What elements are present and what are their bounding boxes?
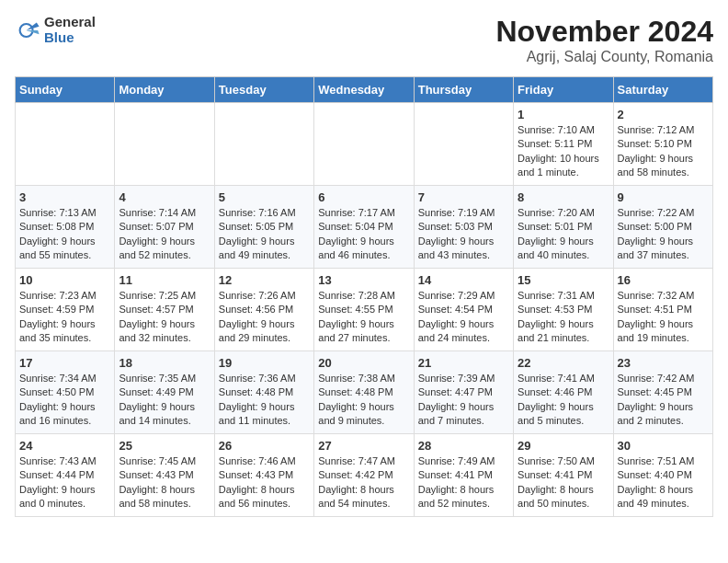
day-number: 17 (19, 356, 110, 370)
day-number: 14 (418, 273, 509, 287)
day-cell: 1Sunrise: 7:10 AM Sunset: 5:11 PM Daylig… (514, 103, 613, 186)
day-detail: Sunrise: 7:46 AM Sunset: 4:43 PM Dayligh… (219, 454, 310, 511)
week-row-4: 17Sunrise: 7:34 AM Sunset: 4:50 PM Dayli… (16, 351, 713, 434)
day-detail: Sunrise: 7:17 AM Sunset: 5:04 PM Dayligh… (318, 206, 409, 263)
day-detail: Sunrise: 7:28 AM Sunset: 4:55 PM Dayligh… (318, 289, 409, 346)
header-day-tuesday: Tuesday (214, 77, 313, 103)
day-number: 11 (119, 273, 210, 287)
logo-text: General Blue (44, 15, 96, 45)
day-cell (115, 103, 214, 186)
day-number: 2 (618, 108, 709, 121)
subtitle: Agrij, Salaj County, Romania (495, 49, 713, 65)
day-cell: 7Sunrise: 7:19 AM Sunset: 5:03 PM Daylig… (414, 186, 513, 269)
day-detail: Sunrise: 7:23 AM Sunset: 4:59 PM Dayligh… (19, 289, 110, 346)
day-detail: Sunrise: 7:42 AM Sunset: 4:45 PM Dayligh… (618, 372, 709, 429)
day-cell: 17Sunrise: 7:34 AM Sunset: 4:50 PM Dayli… (16, 351, 115, 434)
calendar-table: SundayMondayTuesdayWednesdayThursdayFrid… (15, 76, 713, 517)
day-cell (214, 103, 313, 186)
day-number: 8 (518, 190, 609, 204)
day-number: 23 (618, 356, 709, 370)
day-number: 10 (19, 273, 110, 287)
day-cell: 22Sunrise: 7:41 AM Sunset: 4:46 PM Dayli… (514, 351, 613, 434)
calendar-body: 1Sunrise: 7:10 AM Sunset: 5:11 PM Daylig… (16, 103, 713, 517)
day-cell: 15Sunrise: 7:31 AM Sunset: 4:53 PM Dayli… (514, 269, 613, 351)
day-cell: 10Sunrise: 7:23 AM Sunset: 4:59 PM Dayli… (16, 269, 115, 351)
day-detail: Sunrise: 7:35 AM Sunset: 4:49 PM Dayligh… (119, 372, 210, 429)
header-day-sunday: Sunday (16, 77, 115, 103)
day-cell: 26Sunrise: 7:46 AM Sunset: 4:43 PM Dayli… (214, 434, 313, 517)
week-row-2: 3Sunrise: 7:13 AM Sunset: 5:08 PM Daylig… (16, 186, 713, 269)
logo-general: General (44, 15, 96, 30)
day-detail: Sunrise: 7:39 AM Sunset: 4:47 PM Dayligh… (418, 372, 509, 429)
week-row-1: 1Sunrise: 7:10 AM Sunset: 5:11 PM Daylig… (16, 103, 713, 186)
calendar-header: SundayMondayTuesdayWednesdayThursdayFrid… (16, 77, 713, 103)
day-detail: Sunrise: 7:43 AM Sunset: 4:44 PM Dayligh… (19, 454, 110, 511)
day-number: 6 (318, 190, 409, 204)
day-number: 15 (518, 273, 609, 287)
day-cell: 5Sunrise: 7:16 AM Sunset: 5:05 PM Daylig… (214, 186, 313, 269)
day-number: 5 (219, 190, 310, 204)
day-cell: 28Sunrise: 7:49 AM Sunset: 4:41 PM Dayli… (414, 434, 513, 517)
day-detail: Sunrise: 7:12 AM Sunset: 5:10 PM Dayligh… (618, 123, 709, 180)
day-number: 3 (19, 190, 110, 204)
day-cell: 4Sunrise: 7:14 AM Sunset: 5:07 PM Daylig… (115, 186, 214, 269)
day-cell: 14Sunrise: 7:29 AM Sunset: 4:54 PM Dayli… (414, 269, 513, 351)
day-number: 16 (618, 273, 709, 287)
day-number: 20 (318, 356, 409, 370)
day-cell: 19Sunrise: 7:36 AM Sunset: 4:48 PM Dayli… (214, 351, 313, 434)
day-number: 30 (618, 439, 709, 453)
day-number: 24 (19, 439, 110, 453)
day-cell (16, 103, 115, 186)
day-detail: Sunrise: 7:13 AM Sunset: 5:08 PM Dayligh… (19, 206, 110, 263)
day-number: 29 (518, 439, 609, 453)
day-detail: Sunrise: 7:19 AM Sunset: 5:03 PM Dayligh… (418, 206, 509, 263)
day-cell: 27Sunrise: 7:47 AM Sunset: 4:42 PM Dayli… (314, 434, 414, 517)
day-cell: 8Sunrise: 7:20 AM Sunset: 5:01 PM Daylig… (514, 186, 613, 269)
day-cell: 29Sunrise: 7:50 AM Sunset: 4:41 PM Dayli… (514, 434, 613, 517)
day-detail: Sunrise: 7:20 AM Sunset: 5:01 PM Dayligh… (518, 206, 609, 263)
day-cell: 12Sunrise: 7:26 AM Sunset: 4:56 PM Dayli… (214, 269, 313, 351)
day-cell: 23Sunrise: 7:42 AM Sunset: 4:45 PM Dayli… (613, 351, 712, 434)
day-cell: 3Sunrise: 7:13 AM Sunset: 5:08 PM Daylig… (16, 186, 115, 269)
day-cell: 18Sunrise: 7:35 AM Sunset: 4:49 PM Dayli… (115, 351, 214, 434)
day-number: 25 (119, 439, 210, 453)
day-detail: Sunrise: 7:16 AM Sunset: 5:05 PM Dayligh… (219, 206, 310, 263)
day-detail: Sunrise: 7:14 AM Sunset: 5:07 PM Dayligh… (119, 206, 210, 263)
header-day-saturday: Saturday (613, 77, 712, 103)
week-row-5: 24Sunrise: 7:43 AM Sunset: 4:44 PM Dayli… (16, 434, 713, 517)
day-number: 7 (418, 190, 509, 204)
header-day-thursday: Thursday (414, 77, 513, 103)
day-detail: Sunrise: 7:50 AM Sunset: 4:41 PM Dayligh… (518, 454, 609, 511)
day-cell: 20Sunrise: 7:38 AM Sunset: 4:48 PM Dayli… (314, 351, 414, 434)
logo: General Blue (15, 15, 96, 45)
day-number: 21 (418, 356, 509, 370)
logo-blue: Blue (44, 30, 96, 46)
day-detail: Sunrise: 7:34 AM Sunset: 4:50 PM Dayligh… (19, 372, 110, 429)
day-cell: 11Sunrise: 7:25 AM Sunset: 4:57 PM Dayli… (115, 269, 214, 351)
day-cell (314, 103, 414, 186)
day-cell: 30Sunrise: 7:51 AM Sunset: 4:40 PM Dayli… (613, 434, 712, 517)
day-cell: 21Sunrise: 7:39 AM Sunset: 4:47 PM Dayli… (414, 351, 513, 434)
day-detail: Sunrise: 7:49 AM Sunset: 4:41 PM Dayligh… (418, 454, 509, 511)
day-detail: Sunrise: 7:31 AM Sunset: 4:53 PM Dayligh… (518, 289, 609, 346)
day-detail: Sunrise: 7:10 AM Sunset: 5:11 PM Dayligh… (518, 123, 609, 180)
day-cell: 25Sunrise: 7:45 AM Sunset: 4:43 PM Dayli… (115, 434, 214, 517)
header-row: SundayMondayTuesdayWednesdayThursdayFrid… (16, 77, 713, 103)
day-detail: Sunrise: 7:29 AM Sunset: 4:54 PM Dayligh… (418, 289, 509, 346)
day-number: 22 (518, 356, 609, 370)
day-detail: Sunrise: 7:22 AM Sunset: 5:00 PM Dayligh… (618, 206, 709, 263)
day-cell: 9Sunrise: 7:22 AM Sunset: 5:00 PM Daylig… (613, 186, 712, 269)
day-number: 28 (418, 439, 509, 453)
day-detail: Sunrise: 7:32 AM Sunset: 4:51 PM Dayligh… (618, 289, 709, 346)
day-detail: Sunrise: 7:26 AM Sunset: 4:56 PM Dayligh… (219, 289, 310, 346)
day-number: 13 (318, 273, 409, 287)
day-cell: 6Sunrise: 7:17 AM Sunset: 5:04 PM Daylig… (314, 186, 414, 269)
header-day-monday: Monday (115, 77, 214, 103)
day-number: 27 (318, 439, 409, 453)
day-detail: Sunrise: 7:51 AM Sunset: 4:40 PM Dayligh… (618, 454, 709, 511)
day-detail: Sunrise: 7:36 AM Sunset: 4:48 PM Dayligh… (219, 372, 310, 429)
day-number: 12 (219, 273, 310, 287)
day-number: 18 (119, 356, 210, 370)
day-cell: 24Sunrise: 7:43 AM Sunset: 4:44 PM Dayli… (16, 434, 115, 517)
week-row-3: 10Sunrise: 7:23 AM Sunset: 4:59 PM Dayli… (16, 269, 713, 351)
